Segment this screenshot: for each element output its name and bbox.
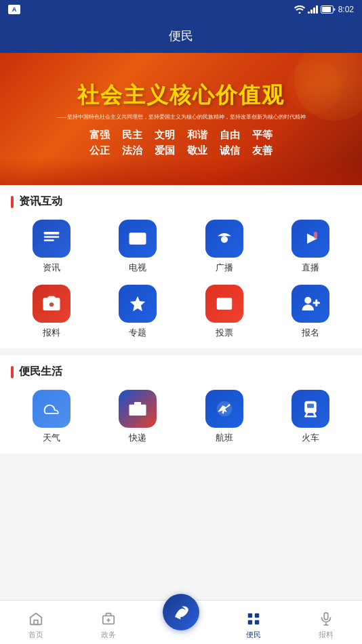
- vote-icon: [214, 294, 235, 314]
- svg-point-8: [223, 238, 226, 241]
- section-indicator: [11, 196, 14, 208]
- section-info-header: 资讯互动: [11, 195, 351, 209]
- grid-item-express[interactable]: 快递: [98, 390, 179, 444]
- banner-sub-text: ——坚持中国特色社会主义共同理想，坚持爱国主义为核心的民族精神，坚持改革创新为核…: [50, 113, 313, 121]
- svg-rect-18: [129, 405, 146, 416]
- app-icon: A: [8, 5, 20, 14]
- scroll-content: 社会主义核心价值观 ——坚持中国特色社会主义共同理想，坚持爱国主义为核心的民族精…: [0, 53, 362, 600]
- svg-rect-35: [324, 612, 328, 619]
- svg-point-12: [49, 302, 54, 306]
- nav-baoliao[interactable]: 报料: [289, 605, 362, 640]
- bianmin-icon: [245, 611, 262, 627]
- nav-home[interactable]: 首页: [0, 605, 73, 640]
- signal-icon: [308, 5, 318, 14]
- report-label: 报料: [43, 327, 60, 339]
- nav-center-circle: [163, 594, 199, 630]
- banner-main-text: 社会主义核心价值观: [77, 81, 285, 110]
- grid-item-news[interactable]: 资讯: [11, 220, 92, 274]
- tv-icon: TV: [127, 228, 148, 249]
- train-label: 火车: [302, 432, 319, 444]
- grid-item-radio[interactable]: 广播: [184, 220, 265, 274]
- live-icon-bg: [291, 220, 329, 258]
- svg-rect-33: [248, 620, 252, 624]
- section-info: 资讯互动 资讯 TV 电视 广播: [0, 185, 362, 348]
- nav-bianmin-label: 便民: [246, 630, 261, 640]
- svg-text:TV: TV: [134, 236, 142, 243]
- register-icon-bg: [291, 285, 329, 323]
- grid-item-register[interactable]: 报名: [270, 285, 352, 339]
- svg-rect-3: [44, 236, 60, 238]
- tv-icon-bg: TV: [119, 220, 157, 258]
- life-grid: 天气 快递: [11, 390, 351, 444]
- flight-icon-bg: [205, 390, 243, 428]
- radio-icon: [214, 228, 235, 249]
- time-display: 8:02: [338, 5, 354, 14]
- grid-item-flight[interactable]: 航班: [184, 390, 265, 444]
- express-label: 快递: [129, 432, 146, 444]
- svg-rect-2: [44, 232, 60, 235]
- grid-icon: [246, 611, 261, 626]
- grid-item-weather[interactable]: 天气: [11, 390, 92, 444]
- vote-label: 投票: [216, 327, 233, 339]
- svg-rect-4: [44, 239, 54, 241]
- radio-icon-bg: [205, 220, 243, 258]
- status-right: 8:02: [294, 5, 354, 14]
- svg-rect-10: [314, 232, 317, 239]
- gov-icon: [100, 611, 117, 627]
- news-icon-bg: [33, 220, 71, 258]
- adduser-icon: [300, 294, 321, 314]
- svg-rect-31: [248, 613, 252, 617]
- vote-icon-bg: [205, 285, 243, 323]
- train-icon-bg: [291, 390, 329, 428]
- svg-rect-19: [134, 402, 141, 405]
- grid-item-vote[interactable]: 投票: [184, 285, 265, 339]
- express-icon: [127, 399, 148, 419]
- topic-label: 专题: [129, 327, 146, 339]
- flight-label: 航班: [216, 432, 233, 444]
- banner-values-row2: 公正法治爱国敬业诚信友善: [89, 144, 273, 157]
- topic-icon-bg: [119, 285, 157, 323]
- bottom-nav: 首页 政务 便: [0, 600, 362, 644]
- baoliao-icon: [318, 611, 334, 627]
- nav-gov[interactable]: 政务: [73, 605, 145, 640]
- battery-icon: [321, 5, 336, 14]
- register-label: 报名: [302, 327, 319, 339]
- section-life: 便民生活 天气: [0, 355, 362, 454]
- svg-rect-32: [255, 613, 259, 617]
- grid-item-topic[interactable]: 专题: [98, 285, 179, 339]
- status-left: A: [8, 5, 20, 14]
- svg-rect-34: [255, 620, 259, 624]
- news-icon: [41, 228, 62, 249]
- mic-icon: [319, 611, 334, 626]
- svg-rect-1: [322, 7, 331, 12]
- home-icon: [28, 611, 44, 627]
- star-icon: [127, 294, 148, 314]
- svg-rect-22: [307, 404, 314, 408]
- banner-values-row1: 富强民主文明和谐自由平等: [89, 129, 273, 142]
- grid-item-train[interactable]: 火车: [270, 390, 352, 444]
- section-life-title: 便民生活: [19, 365, 62, 379]
- nav-baoliao-label: 报料: [319, 630, 334, 640]
- page-title: 便民: [169, 28, 193, 44]
- weather-label: 天气: [43, 432, 60, 444]
- flight-icon: [214, 399, 235, 419]
- svg-point-15: [305, 297, 312, 304]
- train-icon: [300, 399, 321, 419]
- camera-icon: [41, 294, 62, 314]
- radio-label: 广播: [216, 262, 233, 274]
- nav-gov-label: 政务: [101, 630, 116, 640]
- weather-icon: [41, 399, 62, 419]
- grid-item-live[interactable]: 直播: [270, 220, 352, 274]
- nav-home-label: 首页: [28, 630, 43, 640]
- live-icon: [300, 228, 321, 249]
- nav-bianmin[interactable]: 便民: [217, 605, 289, 640]
- weather-icon-bg: [33, 390, 71, 428]
- wifi-icon: [294, 5, 305, 14]
- grid-item-tv[interactable]: TV 电视: [98, 220, 179, 274]
- banner: 社会主义核心价值观 ——坚持中国特色社会主义共同理想，坚持爱国主义为核心的民族精…: [0, 53, 362, 185]
- news-label: 资讯: [43, 262, 60, 274]
- grid-item-report[interactable]: 报料: [11, 285, 92, 339]
- center-bird-icon: [171, 602, 191, 622]
- nav-center[interactable]: [145, 594, 218, 632]
- svg-rect-27: [35, 620, 39, 624]
